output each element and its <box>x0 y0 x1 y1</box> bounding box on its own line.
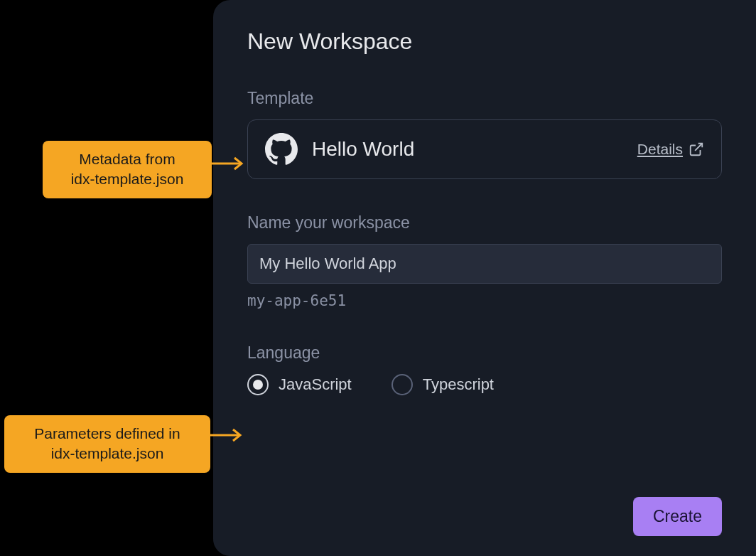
radio-indicator <box>392 374 413 395</box>
github-icon <box>265 133 298 166</box>
radio-javascript[interactable]: JavaScript <box>247 374 352 395</box>
template-name: Hello World <box>312 138 623 161</box>
name-section-label: Name your workspace <box>247 213 722 232</box>
callout-line: idx-template.json <box>17 444 198 464</box>
arrow-icon <box>210 427 244 444</box>
callout-metadata: Metadata from idx-template.json <box>43 141 212 198</box>
callout-line: idx-template.json <box>55 169 199 189</box>
radio-indicator <box>247 374 269 395</box>
radio-dot <box>253 380 263 390</box>
language-section-label: Language <box>247 343 722 363</box>
radio-typescript[interactable]: Typescript <box>392 374 494 395</box>
external-link-icon <box>688 141 704 157</box>
template-card[interactable]: Hello World Details <box>247 119 722 179</box>
svg-line-0 <box>695 144 702 151</box>
template-section-label: Template <box>247 89 722 108</box>
details-label: Details <box>637 141 683 158</box>
callout-parameters: Parameters defined in idx-template.json <box>4 415 210 473</box>
arrow-icon <box>212 155 246 172</box>
radio-label: JavaScript <box>279 375 352 394</box>
workspace-slug: my-app-6e51 <box>247 292 722 309</box>
details-link[interactable]: Details <box>637 141 704 158</box>
callout-line: Parameters defined in <box>17 424 198 444</box>
create-button[interactable]: Create <box>633 497 722 536</box>
radio-label: Typescript <box>423 375 494 394</box>
callout-line: Metadata from <box>55 149 199 169</box>
workspace-name-input[interactable] <box>247 244 722 284</box>
dialog-title: New Workspace <box>247 28 722 55</box>
new-workspace-dialog: New Workspace Template Hello World Detai… <box>213 0 756 556</box>
dialog-footer: Create <box>633 497 722 536</box>
language-radio-group: JavaScript Typescript <box>247 374 722 395</box>
